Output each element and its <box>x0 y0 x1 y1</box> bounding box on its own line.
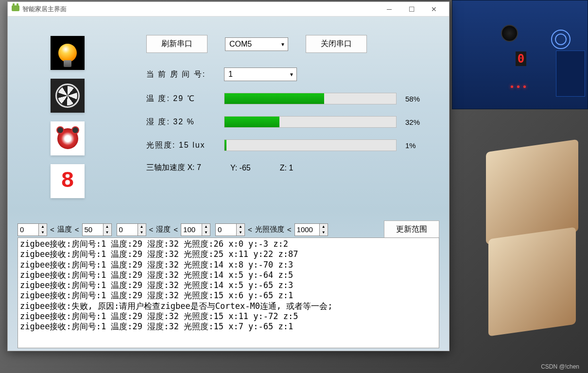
alarm-icon <box>54 125 81 152</box>
main-window: 智能家居主界面 ─ ☐ ✕ 8 刷新串口 COM5 ▼ 关闭串口 当 前 房 <box>7 1 450 351</box>
temp-range-label: 温度 <box>57 225 72 234</box>
refresh-port-button[interactable]: 刷新串口 <box>146 35 208 53</box>
log-output[interactable]: zigbee接收:房间号:1 温度:29 湿度:32 光照度:26 x:0 y:… <box>17 237 439 348</box>
maximize-button[interactable]: ☐ <box>400 2 423 17</box>
pcb-nfc-icon <box>551 30 571 49</box>
pcb-speaker-icon <box>501 25 518 42</box>
accel-z-label: Z: 1 <box>280 164 294 172</box>
spin-down-icon[interactable]: ▼ <box>104 230 111 236</box>
minimize-button[interactable]: ─ <box>378 2 400 17</box>
humidity-label: 湿 度: 32 % <box>146 117 224 127</box>
spin-down-icon[interactable]: ▼ <box>138 230 146 236</box>
window-title: 智能家居主界面 <box>22 5 378 14</box>
lux-min-spinner[interactable]: ▲▼ <box>215 223 245 236</box>
lux-label: 光照度: 15 lux <box>146 140 224 151</box>
titlebar[interactable]: 智能家居主界面 ─ ☐ ✕ <box>8 2 449 17</box>
spin-down-icon[interactable]: ▼ <box>320 230 328 236</box>
digit-icon: 8 <box>61 169 74 194</box>
pcb-7seg-display: 0 <box>516 51 526 66</box>
port-select[interactable]: COM5 <box>225 37 288 51</box>
update-range-button[interactable]: 更新范围 <box>384 220 439 238</box>
temp-max-spinner[interactable]: ▲▼ <box>82 223 112 236</box>
app-icon <box>12 5 19 13</box>
lux-range-label: 光照强度 <box>255 225 284 234</box>
room-label: 当 前 房 间 号: <box>146 69 224 80</box>
pcb-status-leds <box>511 85 526 88</box>
hum-max-spinner[interactable]: ▲▼ <box>181 223 210 236</box>
spin-up-icon[interactable]: ▲ <box>39 224 47 230</box>
spin-down-icon[interactable]: ▼ <box>202 230 210 236</box>
hum-range-label: 湿度 <box>156 225 171 234</box>
alarm-device-button[interactable] <box>51 121 85 155</box>
lux-max-spinner[interactable]: ▲▼ <box>294 223 328 236</box>
camera-feed-pcb: 0 <box>452 0 588 109</box>
light-device-button[interactable] <box>51 36 85 70</box>
fan-icon <box>55 84 80 108</box>
bulb-icon <box>58 44 77 62</box>
temperature-progress <box>224 93 397 104</box>
lux-progress <box>224 139 397 151</box>
spin-up-icon[interactable]: ▲ <box>320 224 328 230</box>
range-controls: ▲▼ < 温度 < ▲▼ ▲▼ < 湿度 < ▲▼ ▲▼ < 光照强度 < ▲▼… <box>17 220 439 238</box>
humidity-progress <box>224 116 397 128</box>
accel-x-label: 三轴加速度 X: 7 <box>146 163 201 173</box>
lux-percent: 1% <box>405 141 416 150</box>
fan-device-button[interactable] <box>51 79 85 113</box>
digit-device-button[interactable]: 8 <box>51 164 85 198</box>
close-button[interactable]: ✕ <box>423 2 445 17</box>
spin-up-icon[interactable]: ▲ <box>138 224 146 230</box>
spin-down-icon[interactable]: ▼ <box>237 230 244 236</box>
spin-up-icon[interactable]: ▲ <box>237 224 244 230</box>
humidity-percent: 32% <box>405 118 420 126</box>
temperature-percent: 58% <box>405 95 420 103</box>
close-port-button[interactable]: 关闭串口 <box>306 35 367 53</box>
hum-min-spinner[interactable]: ▲▼ <box>117 223 146 236</box>
watermark: CSDN @!chen <box>541 363 579 370</box>
temp-min-spinner[interactable]: ▲▼ <box>17 223 47 236</box>
spin-up-icon[interactable]: ▲ <box>104 224 111 230</box>
spin-down-icon[interactable]: ▼ <box>39 230 47 236</box>
room-select[interactable]: 1 <box>224 68 297 81</box>
spin-up-icon[interactable]: ▲ <box>202 224 210 230</box>
accel-y-label: Y: -65 <box>230 164 251 172</box>
temperature-label: 温 度: 29 ℃ <box>146 94 224 104</box>
pcb-module <box>556 51 585 97</box>
